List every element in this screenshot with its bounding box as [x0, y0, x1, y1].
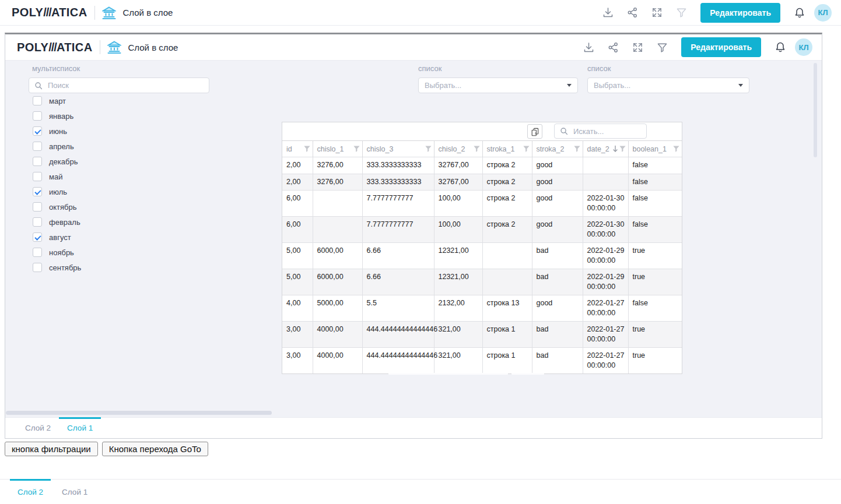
checkbox[interactable]	[33, 232, 42, 242]
multilist-search[interactable]	[29, 77, 209, 93]
goto-button[interactable]: Кнопка перехода GoTo	[102, 442, 208, 456]
checkbox[interactable]	[33, 202, 42, 212]
filter-funnel-icon[interactable]	[672, 145, 680, 153]
checkbox[interactable]	[33, 172, 42, 181]
select-dropdown[interactable]: Выбрать...	[587, 77, 749, 93]
table-cell: 2132,00	[434, 295, 482, 322]
filter-icon[interactable]	[671, 3, 691, 23]
table-cell: 3,00	[282, 322, 313, 348]
bell-icon[interactable]	[770, 37, 790, 57]
checkbox[interactable]	[33, 111, 42, 121]
column-header[interactable]: chislo_1	[313, 141, 362, 157]
table-cell: 32767,00	[434, 174, 482, 191]
download-icon[interactable]	[598, 3, 618, 23]
logo-part2: ATICA	[51, 6, 87, 19]
filter-icon[interactable]	[652, 37, 672, 57]
table-cell: строка 2	[482, 157, 532, 174]
table-cell: true	[628, 243, 682, 269]
column-header[interactable]: chislo_3	[362, 141, 434, 157]
column-label: chislo_1	[317, 145, 344, 153]
table-cell: good	[532, 217, 583, 243]
expand-icon[interactable]	[628, 37, 647, 57]
column-header[interactable]: id	[282, 141, 313, 157]
checkbox[interactable]	[33, 217, 42, 227]
table-cell: 6.66	[362, 243, 434, 269]
chevron-down-icon	[738, 84, 743, 87]
table-cell: строка 2	[482, 217, 532, 243]
frame-tab-слой-2[interactable]: Слой 2	[17, 418, 59, 438]
filter-funnel-icon[interactable]	[619, 145, 626, 153]
table-cell: 6000,00	[313, 243, 362, 269]
checkbox[interactable]	[33, 96, 42, 105]
expand-icon[interactable]	[647, 3, 667, 23]
checkbox[interactable]	[33, 263, 42, 272]
filter-funnel-icon[interactable]	[353, 145, 360, 153]
checkbox[interactable]	[33, 187, 42, 196]
checkbox-item[interactable]: январь	[29, 108, 209, 124]
column-header[interactable]: chislo_2	[434, 141, 482, 157]
table-cell: строка 1	[482, 348, 532, 374]
horizontal-scrollbar-thumb[interactable]	[6, 411, 272, 415]
bottom-tab-слой-1[interactable]: Слой 1	[54, 480, 95, 504]
search-icon	[34, 82, 43, 90]
embedded-frame: POLY///ATICA Слой в слое	[5, 33, 822, 439]
outer-header: POLY///ATICA Слой в слое Редактировать	[0, 0, 841, 26]
edit-button[interactable]: Редактировать	[681, 37, 761, 57]
column-header[interactable]: stroka_2	[532, 141, 583, 157]
page-title: Слой в слое	[128, 43, 178, 52]
filter-funnel-icon[interactable]	[573, 145, 581, 153]
data-table: idchislo_1chislo_3chislo_2stroka_1stroka…	[282, 140, 682, 373]
checkbox-item[interactable]: сентябрь	[29, 260, 209, 275]
filter-funnel-icon[interactable]	[425, 145, 432, 153]
avatar[interactable]: КЛ	[814, 4, 832, 22]
bottom-layer-tabs: Слой 2Слой 1	[0, 480, 841, 504]
checkbox-item[interactable]: август	[29, 230, 209, 245]
checkbox-item[interactable]: ноябрь	[29, 245, 209, 260]
table-cell	[583, 174, 628, 191]
column-header[interactable]: boolean_1	[628, 141, 682, 157]
avatar[interactable]: КЛ	[795, 38, 812, 56]
share-icon[interactable]	[603, 37, 623, 57]
checkbox[interactable]	[33, 126, 42, 136]
header-actions: Редактировать КЛ	[598, 3, 832, 23]
checkbox[interactable]	[33, 157, 42, 166]
checkbox-item[interactable]: июль	[29, 184, 209, 199]
filter-funnel-icon[interactable]	[473, 145, 481, 153]
table-row: 2,003276,00333.333333333332767,00строка …	[282, 157, 682, 174]
multilist-label: мультисписок	[32, 64, 209, 73]
filter-funnel-icon[interactable]	[303, 145, 311, 153]
edit-button[interactable]: Редактировать	[700, 3, 780, 23]
filter-button[interactable]: кнопка фильтрации	[5, 442, 98, 456]
checkbox[interactable]	[33, 142, 42, 151]
bell-icon[interactable]	[790, 3, 810, 23]
filter-funnel-icon[interactable]	[523, 145, 530, 153]
download-icon[interactable]	[579, 37, 598, 57]
table-hscrollbar-thumb[interactable]	[511, 373, 544, 375]
copy-icon[interactable]	[527, 124, 542, 139]
column-header-inner: id	[286, 145, 311, 153]
table-cell: false	[628, 174, 682, 191]
checkbox-item[interactable]: май	[29, 169, 209, 184]
checkbox-item[interactable]: декабрь	[29, 154, 209, 169]
column-header[interactable]: date_2	[583, 141, 628, 157]
table-cell: bad	[532, 243, 583, 269]
share-icon[interactable]	[622, 3, 642, 23]
checkbox-item[interactable]: октябрь	[29, 199, 209, 214]
table-search[interactable]	[554, 124, 647, 139]
bottom-tab-слой-2[interactable]: Слой 2	[10, 480, 51, 504]
select-dropdown[interactable]: Выбрать...	[418, 77, 578, 93]
checkbox-item[interactable]: июнь	[29, 124, 209, 139]
checkbox-item[interactable]: февраль	[29, 214, 209, 230]
multilist-search-input[interactable]	[47, 80, 204, 90]
table-cell: 12321,00	[434, 243, 482, 269]
column-header[interactable]: stroka_1	[482, 141, 532, 157]
checkbox-item[interactable]: апрель	[29, 139, 209, 154]
vertical-scrollbar-thumb[interactable]	[814, 63, 817, 157]
table-search-input[interactable]	[572, 126, 641, 136]
checkbox-item[interactable]: март	[29, 93, 209, 108]
checkbox[interactable]	[33, 248, 42, 257]
table-cell: 321,00	[434, 348, 482, 374]
table-hscrollbar-thumb[interactable]	[388, 373, 508, 375]
select-label: список	[587, 64, 749, 73]
frame-tab-слой-1[interactable]: Слой 1	[59, 418, 101, 438]
